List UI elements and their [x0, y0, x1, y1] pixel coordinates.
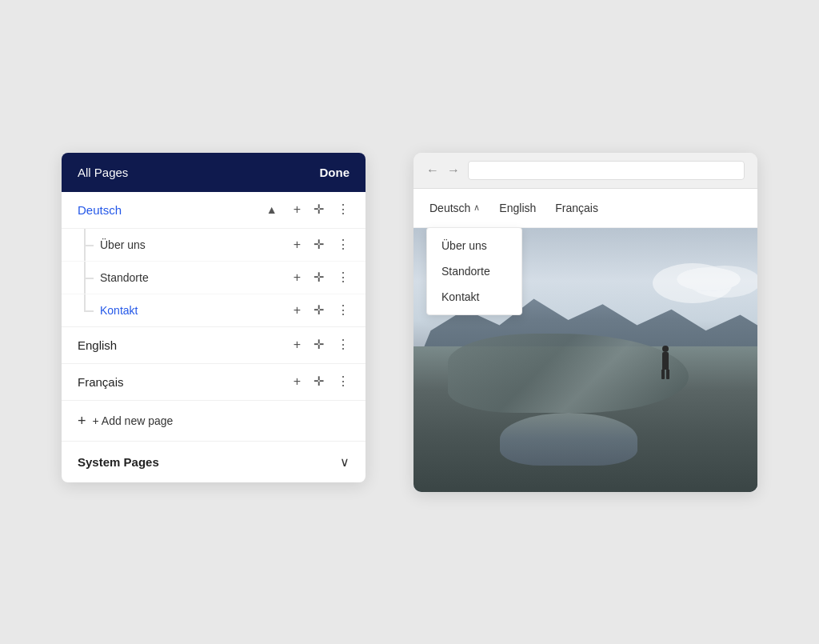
browser-content: Deutsch ∧ English Français Über uns Stan… [413, 189, 757, 492]
right-panel: ← → Deutsch ∧ English Français Übe [413, 153, 757, 492]
hero-clouds [677, 267, 741, 291]
browser-back-button[interactable]: ← [426, 163, 439, 178]
page-item-label-francais[interactable]: Français [78, 375, 294, 389]
page-item-deutsch: Deutsch ▲ + ✛ ⋮ [62, 192, 366, 229]
panel-body: Deutsch ▲ + ✛ ⋮ Über uns + ✛ [62, 192, 366, 482]
add-page-label: + Add new page [93, 414, 174, 427]
browser-nav: Deutsch ∧ English Français Über uns Stan… [413, 189, 757, 228]
system-pages-row[interactable]: System Pages ∨ [62, 442, 366, 482]
nav-item-deutsch[interactable]: Deutsch ∧ [429, 202, 480, 214]
sub-item-kontakt: Kontakt + ✛ ⋮ [62, 294, 366, 326]
hero-figure [659, 352, 672, 381]
dropdown-item-uber-uns[interactable]: Über uns [427, 233, 521, 258]
page-item-english: English + ✛ ⋮ [62, 327, 366, 364]
standorte-move-icon[interactable]: ✛ [314, 271, 324, 284]
standorte-icons: + ✛ ⋮ [294, 271, 350, 284]
hero-water-reflection [500, 413, 637, 466]
page-wrapper: All Pages Done Deutsch ▲ + ✛ ⋮ [0, 105, 819, 540]
add-page-plus-icon: + [78, 414, 86, 428]
sub-item-label-standorte[interactable]: Standorte [100, 271, 294, 284]
page-item-francais: Français + ✛ ⋮ [62, 364, 366, 401]
kontakt-more-icon[interactable]: ⋮ [337, 304, 350, 317]
kontakt-move-icon[interactable]: ✛ [314, 304, 324, 317]
standorte-more-icon[interactable]: ⋮ [337, 271, 350, 284]
tree-line-vertical-3 [84, 294, 86, 310]
add-new-page-row[interactable]: + + Add new page [62, 401, 366, 442]
deutsch-more-icon[interactable]: ⋮ [337, 203, 350, 216]
francais-more-icon[interactable]: ⋮ [337, 375, 350, 388]
francais-add-icon[interactable]: + [294, 375, 301, 388]
kontakt-icons: + ✛ ⋮ [294, 304, 350, 317]
system-pages-label: System Pages [78, 455, 159, 469]
page-item-label-english[interactable]: English [78, 338, 294, 352]
nav-item-english[interactable]: English [499, 202, 536, 214]
sub-item-label-uber-uns[interactable]: Über uns [100, 238, 294, 251]
deutsch-icons: ▲ + ✛ ⋮ [266, 203, 350, 216]
nav-item-francais-label: Français [555, 202, 598, 214]
kontakt-add-icon[interactable]: + [294, 304, 301, 317]
english-icons: + ✛ ⋮ [294, 338, 350, 351]
nav-item-english-label: English [499, 202, 536, 214]
left-panel: All Pages Done Deutsch ▲ + ✛ ⋮ [62, 153, 366, 482]
english-move-icon[interactable]: ✛ [314, 338, 324, 351]
francais-icons: + ✛ ⋮ [294, 375, 350, 388]
english-add-icon[interactable]: + [294, 338, 301, 351]
uber-uns-more-icon[interactable]: ⋮ [337, 238, 350, 251]
collapse-arrow-icon[interactable]: ▲ [266, 203, 278, 216]
tree-line-horizontal-3 [84, 310, 94, 312]
sub-item-label-kontakt[interactable]: Kontakt [100, 304, 294, 317]
dropdown-item-standorte[interactable]: Standorte [427, 258, 521, 284]
english-more-icon[interactable]: ⋮ [337, 338, 350, 351]
dropdown-menu: Über uns Standorte Kontakt [426, 227, 522, 315]
uber-uns-icons: + ✛ ⋮ [294, 238, 350, 251]
deutsch-add-icon[interactable]: + [294, 203, 301, 216]
hero-figure-leg-left [661, 370, 665, 379]
system-pages-chevron-icon: ∨ [340, 454, 350, 470]
hero-figure-body [662, 352, 669, 370]
page-item-label-deutsch[interactable]: Deutsch [78, 203, 266, 217]
uber-uns-add-icon[interactable]: + [294, 238, 301, 251]
hero-figure-legs [661, 370, 669, 379]
panel-header: All Pages Done [62, 153, 366, 192]
done-button[interactable]: Done [320, 166, 350, 179]
browser-address-bar[interactable] [468, 161, 745, 180]
uber-uns-move-icon[interactable]: ✛ [314, 238, 324, 251]
nav-deutsch-chevron-icon: ∧ [473, 202, 480, 213]
tree-line-horizontal-2 [84, 278, 94, 279]
sub-item-standorte: Standorte + ✛ ⋮ [62, 262, 366, 294]
sub-item-uber-uns: Über uns + ✛ ⋮ [62, 229, 366, 262]
nav-item-francais[interactable]: Français [555, 202, 598, 214]
dropdown-item-kontakt[interactable]: Kontakt [427, 284, 521, 310]
browser-bar: ← → [413, 153, 757, 189]
nav-item-deutsch-label: Deutsch [429, 202, 470, 214]
hero-figure-leg-right [666, 370, 669, 379]
browser-forward-button[interactable]: → [447, 163, 460, 178]
francais-move-icon[interactable]: ✛ [314, 375, 324, 388]
deutsch-sub-items: Über uns + ✛ ⋮ Standorte + ✛ ⋮ [62, 229, 366, 327]
panel-title: All Pages [78, 166, 128, 179]
tree-line-horizontal [84, 245, 94, 246]
standorte-add-icon[interactable]: + [294, 271, 301, 284]
deutsch-move-icon[interactable]: ✛ [314, 203, 324, 216]
